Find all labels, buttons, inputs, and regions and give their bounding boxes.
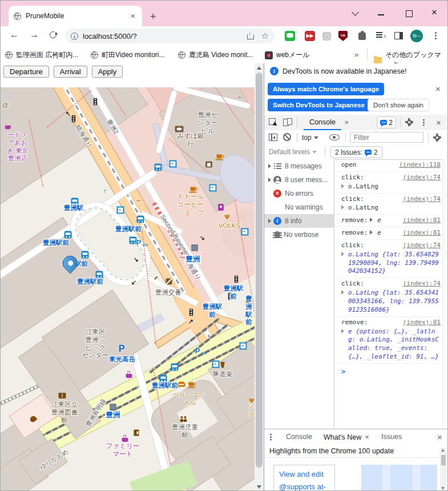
- direction-arrow-icon: ↑: [103, 187, 107, 194]
- more-tabs-icon[interactable]: »: [345, 118, 349, 126]
- console-filter-warning[interactable]: No warnings: [264, 200, 334, 214]
- source-link[interactable]: (index):74: [403, 242, 441, 250]
- console-prompt[interactable]: >: [334, 364, 443, 376]
- extensions-puzzle-icon[interactable]: [358, 33, 366, 40]
- url-text[interactable]: localhost:5000/?: [83, 32, 247, 41]
- browser-tab[interactable]: PruneMobile ×: [9, 6, 142, 26]
- source-link[interactable]: (index):74: [403, 280, 441, 288]
- source-link[interactable]: (index):81: [403, 319, 441, 327]
- new-tab-button[interactable]: +: [150, 11, 156, 23]
- context-selector[interactable]: top: [302, 134, 318, 142]
- back-button[interactable]: ←: [10, 30, 19, 40]
- object-preview: o.LatLng {lat: 35.65482919290894, lng: 1…: [341, 251, 441, 276]
- window-maximize-button[interactable]: [406, 10, 413, 17]
- source-link[interactable]: (index):118: [399, 161, 441, 170]
- expander-icon[interactable]: [341, 290, 344, 295]
- expander-icon[interactable]: [341, 252, 344, 256]
- console-filter-error[interactable]: No errors: [264, 187, 334, 200]
- log-inline-object[interactable]: e: [377, 216, 381, 225]
- source-link[interactable]: (index):81: [403, 216, 441, 225]
- forward-button[interactable]: →: [30, 30, 39, 40]
- expander-icon[interactable]: [268, 178, 271, 182]
- bookmark-item[interactable]: webメール: [265, 50, 310, 60]
- stationsq-icon: [192, 245, 198, 251]
- traffic-icon-glyph: [94, 98, 98, 106]
- devtools-menu-icon[interactable]: [423, 122, 425, 123]
- whats-new-link[interactable]: View and edit: [279, 470, 334, 478]
- banner-close-icon[interactable]: ×: [435, 84, 441, 94]
- scrollbar-thumb[interactable]: [256, 73, 263, 468]
- console-filter-input[interactable]: [350, 132, 423, 143]
- settings-gear-icon[interactable]: [405, 118, 413, 126]
- console-filter-user[interactable]: 8 user mess...: [264, 173, 334, 187]
- reload-button[interactable]: [50, 31, 56, 38]
- share-icon[interactable]: [247, 33, 253, 39]
- drawer-tab-close-icon[interactable]: ×: [365, 433, 369, 441]
- console-filter-info[interactable]: 8 info: [264, 214, 334, 228]
- window-chevron-icon[interactable]: [352, 9, 359, 16]
- arrival-button[interactable]: Arrival: [54, 66, 87, 78]
- drawer-close-icon[interactable]: ×: [437, 432, 442, 442]
- expander-icon[interactable]: [370, 230, 373, 235]
- tab-close-icon[interactable]: ×: [129, 11, 137, 21]
- issues-counter[interactable]: 2 Issues: 2: [330, 146, 382, 158]
- live-expression-eye-icon[interactable]: [329, 134, 340, 140]
- dont-show-again-button[interactable]: Don't show again: [368, 99, 429, 111]
- address-bar[interactable]: i localhost:5000/? ☆: [65, 29, 275, 43]
- window-minimize-button[interactable]: [378, 14, 384, 15]
- extension-disabled-icon[interactable]: [322, 32, 331, 41]
- source-link[interactable]: (index):74: [403, 195, 441, 204]
- switch-japanese-button[interactable]: Switch DevTools to Japanese: [268, 99, 370, 111]
- profile-avatar[interactable]: 智—: [410, 30, 423, 42]
- console-sidebar-icon[interactable]: [269, 134, 277, 141]
- source-link[interactable]: (index):74: [403, 174, 441, 182]
- expander-icon[interactable]: [268, 164, 271, 168]
- bookmark-item[interactable]: 監理画面 広袴町内...: [5, 50, 78, 60]
- reading-list-icon[interactable]: [376, 31, 385, 40]
- expander-icon[interactable]: [268, 219, 271, 223]
- drawer-tab-console[interactable]: Console: [286, 433, 312, 441]
- match-language-button[interactable]: Always match Chrome's language: [268, 83, 384, 95]
- window-close-button[interactable]: ×: [431, 7, 437, 18]
- drawer-menu-icon[interactable]: [270, 436, 272, 438]
- console-scrollbar[interactable]: [442, 159, 448, 429]
- console-filter-list[interactable]: 8 messages: [264, 159, 334, 173]
- scroll-up-icon[interactable]: [257, 66, 261, 70]
- drawer-scrollbar[interactable]: [440, 448, 447, 491]
- drawer-tab-issues[interactable]: Issues: [381, 433, 402, 441]
- console-settings-gear-icon[interactable]: [433, 134, 441, 142]
- source-link[interactable]: (index):81: [403, 229, 441, 238]
- scroll-down-icon[interactable]: [257, 485, 261, 489]
- default-levels-dropdown[interactable]: Default levels: [269, 148, 317, 156]
- side-panel-icon[interactable]: [394, 32, 403, 39]
- expander-icon[interactable]: [370, 218, 373, 222]
- drawer-tab-whats-new[interactable]: What's New×: [324, 433, 369, 441]
- expander-icon[interactable]: [341, 329, 344, 333]
- log-inline-object[interactable]: e: [377, 229, 381, 238]
- browser-menu-icon[interactable]: [435, 35, 437, 37]
- extension-ublock-icon[interactable]: U0: [338, 31, 348, 41]
- whats-new-heading: Highlights from the Chrome 100 update: [264, 444, 448, 458]
- clear-console-icon[interactable]: [283, 133, 291, 141]
- departure-button[interactable]: Departure: [3, 66, 49, 78]
- device-toolbar-icon[interactable]: [283, 118, 292, 126]
- bookmark-item[interactable]: 鹿児島 Video monit...: [178, 50, 253, 60]
- bookmark-item[interactable]: 町田Video monitori...: [91, 50, 165, 60]
- expander-icon[interactable]: [341, 205, 344, 210]
- bookmarks-overflow-icon[interactable]: »: [354, 50, 358, 59]
- extension-fastforward-icon[interactable]: ▶▶: [305, 31, 315, 41]
- console-filter-bug[interactable]: No verbose: [264, 228, 334, 242]
- tab-console[interactable]: Console: [309, 118, 336, 126]
- issues-badge[interactable]: 2: [377, 116, 396, 128]
- whats-new-link[interactable]: @supports at-: [279, 482, 334, 491]
- bookmark-star-icon[interactable]: ☆: [261, 31, 269, 41]
- inspect-element-icon[interactable]: [269, 118, 277, 126]
- devtools-close-icon[interactable]: ×: [436, 118, 441, 127]
- expander-icon[interactable]: [341, 184, 344, 188]
- map-canvas[interactable]: PPP←↖↖↑←↘↙↘←↗豊洲セ ンター ビルみずほ銀 行ドトール コーヒー シ…: [1, 87, 255, 490]
- extension-line-icon[interactable]: [285, 31, 295, 41]
- page-scrollbar[interactable]: [255, 63, 264, 491]
- apply-button[interactable]: Apply: [92, 66, 123, 78]
- cart-icon: [5, 126, 11, 130]
- site-info-icon[interactable]: i: [71, 33, 78, 40]
